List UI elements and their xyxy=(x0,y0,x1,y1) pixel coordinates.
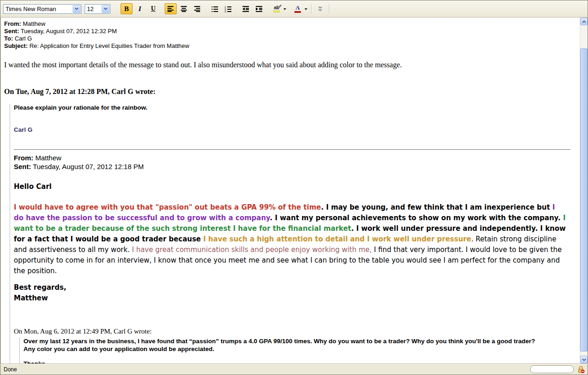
chevron-up-icon xyxy=(582,20,586,23)
font-color-button[interactable]: A xyxy=(292,3,304,14)
underline-button[interactable]: U xyxy=(147,3,159,14)
scrollbar-track[interactable] xyxy=(580,25,588,356)
chevron-down-icon[interactable] xyxy=(102,5,110,13)
rainbow-paragraph: I would have to agree with you that "pas… xyxy=(14,202,572,276)
chevron-down-icon[interactable] xyxy=(73,5,81,13)
chevron-down-icon xyxy=(582,358,586,361)
email-body: From: Matthew Sent: Tuesday, August 07, … xyxy=(0,18,580,363)
inner-email-header: From: Matthew Sent: Tuesday, August 07, … xyxy=(14,153,572,171)
font-family-value: Times New Roman xyxy=(4,6,72,12)
scroll-up-button[interactable] xyxy=(580,18,588,25)
toolbar-separator xyxy=(311,4,311,14)
reply2-attribution: On Mon, Aug 6, 2012 at 12:49 PM, Carl G … xyxy=(14,328,572,335)
increase-indent-button[interactable] xyxy=(253,3,265,14)
rainbow-segment: I would have to agree with you that "pas… xyxy=(14,203,321,211)
bold-icon: B xyxy=(124,5,129,13)
font-color-swatch xyxy=(294,11,301,13)
svg-text:3: 3 xyxy=(225,10,226,12)
to-label: To: xyxy=(4,35,13,42)
quote1-text: Please explain your rationale for the ra… xyxy=(14,104,572,112)
numbered-list-button[interactable]: 123 xyxy=(222,3,234,14)
double-chevron-down-icon xyxy=(317,6,323,12)
main-area: From: Matthew Sent: Tuesday, August 07, … xyxy=(0,18,588,363)
from-value: Matthew xyxy=(35,154,62,162)
sent-value: Tuesday, August 07, 2012 12:32 PM xyxy=(21,28,117,35)
numbered-list-icon: 123 xyxy=(225,5,232,12)
bullet-list-button[interactable] xyxy=(209,3,221,14)
align-center-button[interactable] xyxy=(178,3,190,14)
align-right-icon xyxy=(194,5,201,12)
from-label: From: xyxy=(4,20,21,27)
nested-quoted-message: Over my last 12 years in the business, I… xyxy=(19,337,572,363)
sent-value: Tuesday, August 07, 2012 12:18 PM xyxy=(33,163,144,170)
scrollbar-thumb[interactable] xyxy=(580,48,588,352)
align-left-icon xyxy=(167,5,174,12)
formatting-toolbar: Times New Roman 12 B I U 123 xyxy=(0,0,588,18)
highlight-color-swatch xyxy=(273,11,280,12)
pencil-icon xyxy=(277,5,282,9)
highlight-color-button[interactable]: ab xyxy=(271,3,282,14)
email-header: From: Matthew Sent: Tuesday, August 07, … xyxy=(4,20,572,50)
greeting: Hello Carl xyxy=(14,182,572,191)
align-right-button[interactable] xyxy=(191,3,203,14)
header-row-from: From: Matthew xyxy=(4,20,572,28)
align-left-button[interactable] xyxy=(165,3,177,14)
underline-icon: U xyxy=(151,5,156,12)
more-options-button[interactable] xyxy=(315,3,325,14)
toolbar-separator xyxy=(329,4,329,14)
header-row-to: To: Carl G xyxy=(4,35,572,42)
font-size-select[interactable]: 12 xyxy=(85,4,110,14)
closing-block: Best regards, Matthew xyxy=(14,282,572,304)
vertical-scrollbar[interactable] xyxy=(580,18,588,363)
closing-signature: Matthew xyxy=(14,293,572,304)
from-value: Matthew xyxy=(23,20,45,27)
font-color-dropdown-arrow[interactable] xyxy=(305,8,307,12)
quote2-thanks: Thanks xyxy=(23,360,572,363)
intro-paragraph: I wanted the most important details of t… xyxy=(4,61,572,69)
highlight-dropdown-arrow[interactable] xyxy=(283,8,286,12)
rainbow-segment: . I want my personal achievements to sho… xyxy=(270,214,563,222)
message-divider xyxy=(14,149,571,150)
lock-icon xyxy=(577,365,585,374)
font-size-value: 12 xyxy=(85,6,101,12)
header-row-from: From: Matthew xyxy=(14,153,572,162)
decrease-indent-button[interactable] xyxy=(240,3,252,14)
rainbow-segment: I have great communication skills and pe… xyxy=(132,246,372,254)
from-label: From: xyxy=(14,154,34,162)
subject-value: Re: Application for Entry Level Equities… xyxy=(29,42,190,49)
progress-indicator xyxy=(530,365,574,373)
security-zone-cell[interactable] xyxy=(576,365,586,374)
italic-icon: I xyxy=(138,5,141,13)
status-bar: Done xyxy=(0,363,588,375)
font-color-icon: A xyxy=(295,5,300,11)
quoted-message: Please explain your rationale for the ra… xyxy=(10,104,572,363)
sent-label: Sent: xyxy=(4,28,19,35)
decrease-indent-icon xyxy=(242,5,249,12)
italic-button[interactable]: I xyxy=(134,3,146,14)
header-row-sent: Sent: Tuesday, August 07, 2012 12:32 PM xyxy=(4,28,572,35)
status-text: Done xyxy=(2,366,17,373)
sent-label: Sent: xyxy=(14,163,31,170)
scroll-down-button[interactable] xyxy=(580,356,588,363)
font-family-select[interactable]: Times New Roman xyxy=(3,4,81,14)
rainbow-segment: I have such a high attention to detail a… xyxy=(203,235,471,243)
closing-line: Best regards, xyxy=(14,282,572,293)
header-row-sent: Sent: Tuesday, August 07, 2012 12:18 PM xyxy=(14,162,572,171)
quote2-line2: Any color you can add to your applicatio… xyxy=(23,345,572,353)
reply1-attribution: On Tue, Aug 7, 2012 at 12:28 PM, Carl G … xyxy=(4,88,572,96)
header-row-subject: Subject: Re: Application for Entry Level… xyxy=(4,42,572,50)
rainbow-segment: . I may be young, and few think that I a… xyxy=(321,203,553,211)
bullet-list-icon xyxy=(211,5,219,12)
browser-window: Times New Roman 12 B I U 123 xyxy=(0,0,588,375)
increase-indent-icon xyxy=(255,5,263,12)
subject-label: Subject: xyxy=(4,42,28,49)
align-center-icon xyxy=(180,5,188,12)
to-value: Carl G xyxy=(15,35,32,42)
quote2-line1: Over my last 12 years in the business, I… xyxy=(23,337,572,345)
quote1-signature: Carl G xyxy=(14,126,572,133)
bold-button[interactable]: B xyxy=(121,3,133,14)
